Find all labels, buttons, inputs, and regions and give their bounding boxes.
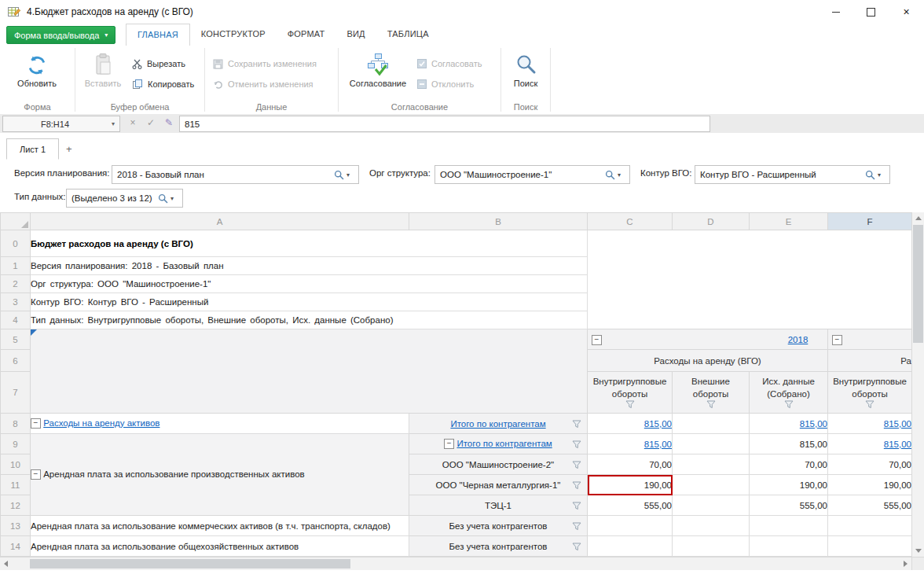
cell-a8[interactable]: − Расходы на аренду активов (31, 414, 409, 434)
cell-d12[interactable] (673, 495, 750, 516)
cell-f8[interactable]: 815,00 (828, 414, 912, 434)
approval-button[interactable]: Согласование (345, 48, 411, 88)
search-icon[interactable] (602, 170, 618, 180)
empty-cell[interactable] (588, 257, 912, 275)
report-title-cell[interactable]: Бюджет расходов на аренду (с ВГО) (31, 230, 588, 257)
cell-d10[interactable] (673, 454, 750, 475)
cell-reference-box[interactable]: F8:H14 ▾ (2, 116, 120, 132)
row-header-5[interactable]: 5 (1, 329, 31, 350)
row-header-13[interactable]: 13 (1, 516, 31, 536)
header-corner-cell[interactable] (31, 329, 588, 414)
column-header-d[interactable]: D (673, 213, 750, 230)
row-header-1[interactable]: 1 (1, 257, 31, 275)
cell-a14[interactable]: Арендная плата за использование общехозя… (31, 536, 409, 557)
search-icon[interactable] (155, 193, 170, 204)
cell-f14[interactable] (828, 536, 912, 557)
chevron-down-icon[interactable]: ▾ (107, 120, 119, 127)
cell-e8[interactable]: 815,00 (750, 414, 828, 434)
tab-konstruktor[interactable]: КОНСТРУКТОР (190, 24, 277, 46)
info-contour-cell[interactable]: Контур ВГО: Контур ВГО - Расширенный (31, 293, 588, 311)
cell-f12[interactable]: 555,00 (828, 495, 912, 516)
value-link[interactable]: 815,00 (644, 419, 672, 429)
cell-e12[interactable]: 555,00 (750, 495, 828, 516)
row-header-9[interactable]: 9 (1, 434, 31, 454)
chevron-down-icon[interactable]: ▾ (878, 171, 889, 178)
cell-d13[interactable] (673, 516, 750, 536)
empty-cell[interactable] (588, 311, 912, 329)
cell-b8[interactable]: Итого по контрагентам (409, 414, 588, 434)
filter-funnel-icon[interactable] (706, 400, 716, 409)
filter-funnel-icon[interactable] (572, 502, 581, 510)
cell-b10[interactable]: ООО "Машиностроение-2" (409, 454, 588, 475)
cell-b12[interactable]: ТЭЦ-1 (409, 495, 588, 516)
info-org-cell[interactable]: Орг структура: ООО "Машиностроение-1" (31, 275, 588, 293)
counterparty-total-link[interactable]: Итого по контрагентам (456, 439, 552, 448)
refresh-button[interactable]: Обновить (9, 48, 65, 88)
cell-f13[interactable] (828, 516, 912, 536)
filter-funnel-icon[interactable] (784, 400, 794, 409)
horizontal-scrollbar-thumb[interactable] (30, 559, 350, 568)
info-datatype-cell[interactable]: Тип данных: Внутригрупповые обороты, Вне… (31, 311, 588, 329)
collapse-icon[interactable]: − (592, 335, 602, 345)
cell-d8[interactable] (673, 414, 750, 434)
column-header-c[interactable]: C (588, 213, 673, 230)
search-button[interactable]: Поиск (501, 48, 550, 88)
value-link[interactable]: 815,00 (800, 419, 827, 429)
cell-a9-group[interactable]: − Арендная плата за использование произв… (31, 434, 409, 516)
cell-f10[interactable]: 70,00 (828, 454, 912, 475)
column-header-f[interactable]: F (828, 213, 912, 230)
row-group-link[interactable]: Расходы на аренду активов (43, 418, 160, 428)
row-header-7[interactable]: 7 (1, 372, 31, 414)
value-link[interactable]: 815,00 (884, 419, 911, 429)
counterparty-total-link[interactable]: Итого по контрагентам (450, 419, 545, 429)
tab-tablitsa[interactable]: ТАБЛИЦА (376, 24, 440, 46)
empty-cell[interactable] (588, 293, 912, 311)
column-header-e[interactable]: E (750, 213, 828, 230)
year-header-cell-f[interactable]: − (828, 329, 912, 350)
cell-b14[interactable]: Без учета контрагентов (409, 536, 588, 557)
cell-d11[interactable] (673, 475, 750, 495)
cell-c10[interactable]: 70,00 (588, 454, 673, 475)
filter-funnel-icon[interactable] (865, 400, 874, 409)
collapse-icon[interactable]: − (31, 418, 41, 429)
datatype-combobox[interactable]: (Выделено 3 из 12) ▾ (66, 189, 183, 208)
minimize-button[interactable] (818, 0, 853, 24)
cell-c12[interactable]: 555,00 (588, 495, 673, 516)
row-header-11[interactable]: 11 (1, 475, 31, 495)
scroll-down-icon[interactable] (915, 549, 922, 553)
info-version-cell[interactable]: Версия планирования: 2018 - Базовый план (31, 257, 588, 275)
cell-e10[interactable]: 70,00 (750, 454, 828, 475)
cell-f9[interactable]: 815,00 (828, 434, 912, 454)
row-header-6[interactable]: 6 (1, 350, 31, 372)
scroll-left-icon[interactable] (4, 561, 8, 567)
cell-e11[interactable]: 190,00 (750, 475, 828, 495)
col-header-intragroup-f[interactable]: Внутригрупповые обороты (828, 372, 912, 414)
collapse-icon[interactable]: − (31, 469, 41, 480)
filter-funnel-icon[interactable] (572, 461, 581, 469)
row-header-14[interactable]: 14 (1, 536, 31, 557)
row-header-0[interactable]: 0 (1, 230, 31, 257)
cell-c11-selected[interactable]: 190,00 (588, 475, 673, 495)
tab-glavnaya[interactable]: ГЛАВНАЯ (126, 24, 190, 46)
year-link[interactable]: 2018 (788, 335, 808, 344)
form-io-menu-button[interactable]: Форма ввода/вывода ▾ (6, 26, 116, 44)
column-header-b[interactable]: B (409, 213, 588, 230)
filter-funnel-icon[interactable] (572, 440, 581, 449)
cell-e9[interactable]: 815,00 (750, 434, 828, 454)
filter-funnel-icon[interactable] (572, 522, 581, 531)
select-all-corner[interactable] (1, 213, 31, 230)
col-header-intragroup[interactable]: Внутригрупповые обороты (588, 372, 673, 414)
col-header-source[interactable]: Исх. данные (Собрано) (750, 372, 828, 414)
confirm-entry-icon[interactable]: ✓ (144, 117, 158, 128)
tab-format[interactable]: ФОРМАТ (277, 24, 336, 46)
search-icon[interactable] (331, 170, 346, 180)
filter-funnel-icon[interactable] (572, 481, 581, 490)
cancel-changes-button[interactable]: Отменить изменения (213, 75, 314, 93)
value-link[interactable]: 815,00 (884, 440, 911, 449)
edit-formula-icon[interactable]: ✎ (162, 117, 176, 128)
scroll-up-icon[interactable] (915, 216, 922, 220)
cell-b11[interactable]: ООО "Черная металлургия-1" (409, 475, 588, 495)
filter-funnel-icon[interactable] (625, 400, 635, 409)
cancel-entry-icon[interactable]: × (126, 117, 140, 128)
filter-funnel-icon[interactable] (572, 420, 581, 429)
